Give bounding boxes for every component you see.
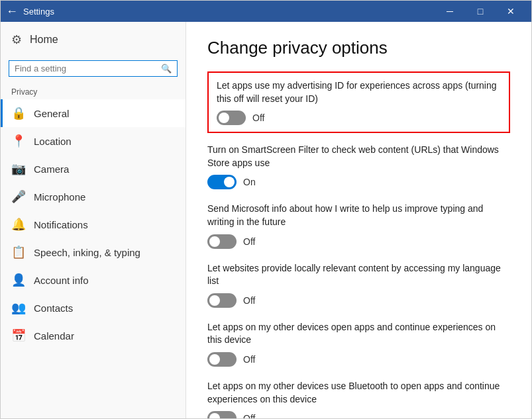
language-list-toggle-knob [209, 295, 220, 306]
speech-icon: 📋 [11, 245, 26, 259]
other-devices-bluetooth-text: Let apps on my other devices use Bluetoo… [207, 380, 510, 406]
settings-window: ← Settings ─ □ ✕ ⚙ Home 🔍 Privacy 🔒 Gene… [0, 0, 532, 419]
titlebar: ← Settings ─ □ ✕ [1, 1, 531, 22]
advertising-id-toggle-knob [219, 113, 229, 123]
sidebar-item-camera[interactable]: 📷 Camera [1, 155, 186, 183]
other-devices-bluetooth-toggle-knob [209, 413, 220, 418]
smartscreen-toggle-row: On [207, 175, 510, 189]
setting-advertising-id: Let apps use my advertising ID for exper… [207, 71, 510, 133]
other-devices-bluetooth-toggle-row: Off [207, 411, 510, 418]
account-icon: 👤 [11, 273, 26, 287]
sidebar-item-label-account: Account info [34, 275, 89, 286]
sidebar-item-location[interactable]: 📍 Location [1, 127, 186, 155]
sidebar-item-label-microphone: Microphone [34, 191, 85, 203]
other-devices-bluetooth-toggle[interactable] [207, 411, 237, 418]
other-devices-apps-toggle[interactable] [207, 352, 237, 367]
smartscreen-toggle[interactable] [207, 175, 237, 189]
sidebar-section-label: Privacy [1, 82, 186, 99]
window-title: Settings [23, 7, 435, 17]
sidebar-item-account[interactable]: 👤 Account info [1, 266, 186, 294]
sidebar-item-label-location: Location [34, 136, 72, 147]
setting-typing-info: Send Microsoft info about how I write to… [207, 203, 510, 248]
sidebar-item-label-camera: Camera [34, 163, 69, 175]
minimize-button[interactable]: ─ [435, 1, 465, 22]
search-box[interactable]: 🔍 [9, 60, 178, 77]
language-list-toggle[interactable] [207, 293, 237, 308]
sidebar-item-calendar[interactable]: 📅 Calendar [1, 322, 186, 349]
general-icon: 🔒 [11, 106, 26, 120]
smartscreen-toggle-label: On [243, 177, 256, 187]
close-button[interactable]: ✕ [496, 1, 526, 22]
sidebar-item-label-notifications: Notifications [34, 219, 88, 230]
sidebar-item-label-speech: Speech, inking, & typing [34, 247, 140, 258]
advertising-id-toggle-label: Off [252, 113, 264, 123]
other-devices-apps-toggle-row: Off [207, 352, 510, 367]
other-devices-apps-toggle-knob [209, 354, 220, 365]
sidebar-item-label-contacts: Contacts [34, 303, 73, 314]
back-button[interactable]: ← [6, 5, 18, 19]
content-area: ⚙ Home 🔍 Privacy 🔒 General 📍 Location 📷 … [1, 22, 531, 418]
typing-info-toggle-label: Off [243, 236, 255, 247]
advertising-id-text: Let apps use my advertising ID for exper… [217, 79, 501, 105]
typing-info-text: Send Microsoft info about how I write to… [207, 203, 510, 228]
notifications-icon: 🔔 [11, 217, 26, 232]
search-input[interactable] [15, 64, 161, 73]
sidebar-item-microphone[interactable]: 🎤 Microphone [1, 183, 186, 210]
sidebar-item-notifications[interactable]: 🔔 Notifications [1, 210, 186, 238]
page-title: Change privacy options [207, 38, 510, 58]
location-icon: 📍 [11, 134, 26, 148]
language-list-toggle-row: Off [207, 293, 510, 308]
setting-smartscreen: Turn on SmartScreen Filter to check web … [207, 144, 510, 189]
microphone-icon: 🎤 [11, 189, 26, 204]
setting-other-devices-apps: Let apps on my other devices open apps a… [207, 321, 510, 367]
calendar-icon: 📅 [11, 328, 26, 343]
setting-language-list: Let websites provide locally relevant co… [207, 262, 510, 308]
sidebar-item-label-calendar: Calendar [34, 330, 74, 342]
typing-info-toggle-row: Off [207, 234, 510, 249]
home-icon: ⚙ [11, 32, 22, 47]
setting-other-devices-bluetooth: Let apps on my other devices use Bluetoo… [207, 380, 510, 418]
other-devices-apps-toggle-label: Off [243, 354, 255, 365]
sidebar-home[interactable]: ⚙ Home [1, 22, 186, 58]
sidebar-item-contacts[interactable]: 👥 Contacts [1, 294, 186, 322]
home-label: Home [30, 34, 58, 46]
typing-info-toggle[interactable] [207, 234, 237, 249]
advertising-id-toggle-row: Off [217, 111, 501, 125]
sidebar-item-general[interactable]: 🔒 General [1, 99, 186, 127]
other-devices-bluetooth-toggle-label: Off [243, 413, 255, 418]
sidebar-item-label-general: General [34, 108, 69, 119]
language-list-toggle-label: Off [243, 295, 255, 306]
advertising-id-toggle[interactable] [217, 111, 246, 125]
sidebar: ⚙ Home 🔍 Privacy 🔒 General 📍 Location 📷 … [1, 22, 186, 418]
sidebar-item-speech[interactable]: 📋 Speech, inking, & typing [1, 238, 186, 266]
other-devices-apps-text: Let apps on my other devices open apps a… [207, 321, 510, 347]
language-list-text: Let websites provide locally relevant co… [207, 262, 510, 288]
maximize-button[interactable]: □ [465, 1, 496, 22]
typing-info-toggle-knob [209, 236, 220, 247]
search-icon: 🔍 [161, 64, 172, 73]
window-controls: ─ □ ✕ [435, 1, 526, 22]
camera-icon: 📷 [11, 162, 26, 176]
smartscreen-text: Turn on SmartScreen Filter to check web … [207, 144, 510, 169]
main-content: Change privacy options Let apps use my a… [186, 22, 531, 418]
smartscreen-toggle-knob [224, 177, 235, 187]
contacts-icon: 👥 [11, 301, 26, 315]
